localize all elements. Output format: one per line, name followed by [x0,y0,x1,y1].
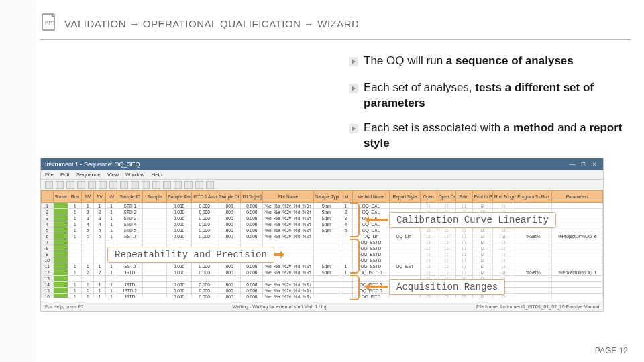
cell[interactable]: 2 [94,269,106,276]
cell[interactable] [217,276,241,282]
cell[interactable] [143,227,166,233]
cell[interactable]: 1 [68,233,82,239]
cell[interactable]: Stan [313,263,339,269]
cell[interactable]: %e_%a_%2v_%d_%3n [263,209,314,215]
cell[interactable]: Stan [313,203,339,209]
cell[interactable] [192,276,217,282]
cell[interactable]: .000 [217,269,241,276]
cell[interactable] [492,269,515,276]
cell[interactable] [437,263,455,269]
cell[interactable]: STD 4 [117,221,143,227]
cell[interactable] [68,239,82,245]
cell[interactable]: 0.000 [241,269,263,276]
cell[interactable]: 0.000 [241,203,263,209]
toolbar-button[interactable] [142,181,150,189]
cell[interactable] [143,209,166,215]
column-header[interactable]: Program To Run [515,191,551,203]
cell[interactable] [263,239,314,245]
cell[interactable]: ISTD [117,269,143,276]
cell[interactable] [515,239,551,245]
cell[interactable]: 2 [82,269,94,276]
cell[interactable]: 2 [94,209,106,215]
column-header[interactable]: Open Calib. [437,191,455,203]
cell[interactable] [420,251,437,257]
cell[interactable] [82,276,94,282]
cell[interactable]: 0.000 [241,215,263,221]
column-header[interactable]: SV [82,191,94,203]
cell[interactable] [143,233,166,239]
cell[interactable] [94,276,106,282]
cell[interactable]: 0.000 [166,282,192,288]
column-header[interactable]: EV [94,191,106,203]
cell[interactable]: 1 [105,288,117,294]
cell[interactable]: %e_%a_%2v_%d_%3n [263,221,314,227]
cell[interactable] [455,203,472,209]
cell[interactable] [437,239,455,245]
cell[interactable]: %e_%a_%2v_%d_%3n [263,282,314,288]
cell[interactable]: 0.000 [166,233,192,239]
cell[interactable] [143,269,166,276]
cell[interactable] [492,245,515,251]
toolbar-button[interactable] [206,181,214,189]
cell[interactable]: STD 3 [117,215,143,221]
cell[interactable] [515,288,551,294]
cell[interactable] [420,233,437,239]
cell[interactable] [143,282,166,288]
menu-view[interactable]: View [107,172,119,178]
cell[interactable]: 0.000 [166,269,192,276]
cell[interactable]: 0.000 [192,294,217,298]
cell[interactable]: 1 [82,294,94,298]
cell[interactable]: 12 [42,269,54,276]
column-header[interactable]: Print to PDF [472,191,492,203]
cell[interactable]: Stan [313,215,339,221]
sequence-table[interactable]: StatusRunSVEVI/VSample IDSampleSample Am… [41,190,603,298]
cell[interactable] [472,233,492,239]
cell[interactable] [53,269,68,276]
cell[interactable] [217,239,241,245]
cell[interactable] [437,269,455,276]
cell[interactable]: 1 [68,209,82,215]
cell[interactable]: 1 [105,227,117,233]
cell[interactable]: 1 [68,294,82,298]
cell[interactable]: ESTD [117,263,143,269]
cell[interactable] [53,251,68,257]
cell[interactable] [552,257,603,263]
cell[interactable]: 1 [94,263,106,269]
cell[interactable]: %e_%a_%2v_%d_%3n [263,288,314,294]
cell[interactable] [241,239,263,245]
cell[interactable]: 10 [42,257,54,263]
cell[interactable] [492,239,515,245]
cell[interactable]: .000 [217,282,241,288]
cell[interactable] [390,203,420,209]
cell[interactable]: 0.000 [192,215,217,221]
cell[interactable] [313,245,339,251]
cell[interactable]: ISTD [117,282,143,288]
cell[interactable]: 1 [82,288,94,294]
cell[interactable] [515,282,551,288]
cell[interactable]: 0.000 [241,227,263,233]
cell[interactable]: .000 [217,221,241,227]
cell[interactable]: .000 [217,288,241,294]
cell[interactable] [94,245,106,251]
cell[interactable]: ESTD [117,233,143,239]
cell[interactable]: 0.000 [192,227,217,233]
cell[interactable] [492,233,515,239]
cell[interactable] [82,251,94,257]
cell[interactable] [552,239,603,245]
cell[interactable] [515,276,551,282]
toolbar-button[interactable] [120,181,128,189]
cell[interactable]: .000 [217,263,241,269]
cell[interactable] [105,239,117,245]
column-header[interactable]: I/V [105,191,117,203]
cell[interactable]: 0.000 [166,203,192,209]
cell[interactable]: 0.000 [241,233,263,239]
menu-file[interactable]: File [45,172,54,178]
cell[interactable] [53,233,68,239]
cell[interactable] [143,276,166,282]
cell[interactable]: 1 [82,282,94,288]
cell[interactable] [515,294,551,298]
toolbar-button[interactable] [77,181,85,189]
cell[interactable]: 1 [68,288,82,294]
cell[interactable]: 1 [82,263,94,269]
cell[interactable]: 1 [105,233,117,239]
